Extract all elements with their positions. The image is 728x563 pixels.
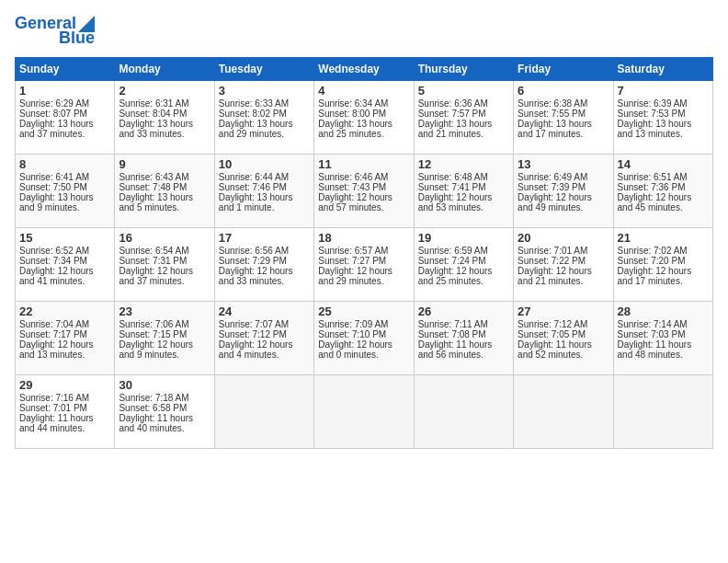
sunrise-label: Sunrise: 6:29 AM: [19, 98, 89, 109]
calendar-cell: 26 Sunrise: 7:11 AM Sunset: 7:08 PM Dayl…: [414, 301, 513, 374]
sunset-label: Sunset: 7:01 PM: [19, 403, 87, 413]
day-number: 29: [19, 378, 110, 392]
col-monday: Monday: [115, 57, 214, 80]
sunset-label: Sunset: 7:39 PM: [518, 182, 586, 192]
day-number: 5: [418, 84, 509, 98]
calendar-cell: [613, 374, 712, 448]
day-number: 26: [418, 304, 509, 318]
calendar-row: 29 Sunrise: 7:16 AM Sunset: 7:01 PM Dayl…: [16, 374, 713, 448]
calendar-body: 1 Sunrise: 6:29 AM Sunset: 8:07 PM Dayli…: [16, 80, 713, 448]
sunset-label: Sunset: 7:15 PM: [119, 329, 187, 339]
sunrise-label: Sunrise: 6:43 AM: [119, 172, 188, 182]
sunrise-label: Sunrise: 6:56 AM: [219, 246, 289, 256]
daylight-label: Daylight: 12 hours and 9 minutes.: [119, 339, 193, 360]
calendar-table: Sunday Monday Tuesday Wednesday Thursday…: [15, 57, 713, 449]
daylight-label: Daylight: 12 hours and 33 minutes.: [219, 266, 293, 286]
sunrise-label: Sunrise: 7:01 AM: [518, 246, 587, 256]
calendar-cell: 7 Sunrise: 6:39 AM Sunset: 7:53 PM Dayli…: [613, 80, 712, 154]
sunrise-label: Sunrise: 7:09 AM: [318, 319, 388, 329]
day-number: 8: [19, 157, 110, 171]
sunset-label: Sunset: 7:31 PM: [119, 256, 187, 266]
sunset-label: Sunset: 8:07 PM: [19, 109, 87, 119]
day-number: 2: [119, 84, 210, 98]
sunrise-label: Sunrise: 6:59 AM: [418, 246, 488, 256]
sunrise-label: Sunrise: 6:41 AM: [19, 172, 89, 182]
calendar-cell: 19 Sunrise: 6:59 AM Sunset: 7:24 PM Dayl…: [414, 227, 513, 301]
daylight-label: Daylight: 13 hours and 13 minutes.: [618, 119, 692, 139]
day-number: 22: [19, 304, 110, 318]
calendar-cell: 9 Sunrise: 6:43 AM Sunset: 7:48 PM Dayli…: [115, 154, 214, 227]
calendar-cell: 16 Sunrise: 6:54 AM Sunset: 7:31 PM Dayl…: [115, 227, 214, 301]
sunrise-label: Sunrise: 6:48 AM: [418, 172, 488, 182]
daylight-label: Daylight: 12 hours and 21 minutes.: [518, 266, 592, 286]
daylight-label: Daylight: 12 hours and 4 minutes.: [219, 339, 293, 360]
day-number: 27: [518, 304, 609, 318]
calendar-cell: 1 Sunrise: 6:29 AM Sunset: 8:07 PM Dayli…: [16, 80, 115, 154]
sunset-label: Sunset: 7:29 PM: [219, 256, 287, 266]
daylight-label: Daylight: 13 hours and 37 minutes.: [19, 119, 94, 139]
calendar-cell: 30 Sunrise: 7:18 AM Sunset: 6:58 PM Dayl…: [115, 374, 214, 448]
sunrise-label: Sunrise: 6:54 AM: [119, 246, 188, 256]
day-number: 16: [119, 231, 210, 245]
sunset-label: Sunset: 7:05 PM: [518, 329, 586, 339]
calendar-cell: 14 Sunrise: 6:51 AM Sunset: 7:36 PM Dayl…: [613, 154, 712, 227]
sunset-label: Sunset: 7:08 PM: [418, 329, 486, 339]
calendar-row: 22 Sunrise: 7:04 AM Sunset: 7:17 PM Dayl…: [16, 301, 713, 374]
sunset-label: Sunset: 8:04 PM: [119, 109, 187, 119]
sunset-label: Sunset: 7:41 PM: [418, 182, 486, 192]
calendar-cell: [214, 374, 313, 448]
sunrise-label: Sunrise: 7:04 AM: [19, 319, 89, 329]
sunset-label: Sunset: 7:55 PM: [518, 109, 586, 119]
daylight-label: Daylight: 11 hours and 56 minutes.: [418, 339, 493, 360]
sunrise-label: Sunrise: 6:39 AM: [618, 98, 688, 109]
calendar-cell: 13 Sunrise: 6:49 AM Sunset: 7:39 PM Dayl…: [514, 154, 613, 227]
day-number: 18: [318, 231, 409, 245]
day-number: 9: [119, 157, 210, 171]
calendar-cell: [314, 374, 414, 448]
daylight-label: Daylight: 12 hours and 53 minutes.: [418, 192, 493, 213]
col-tuesday: Tuesday: [214, 57, 313, 80]
sunrise-label: Sunrise: 6:36 AM: [418, 98, 488, 109]
daylight-label: Daylight: 13 hours and 5 minutes.: [119, 192, 193, 213]
day-number: 24: [219, 304, 310, 318]
day-number: 7: [618, 84, 709, 98]
sunrise-label: Sunrise: 6:52 AM: [19, 246, 89, 256]
sunrise-label: Sunrise: 6:33 AM: [219, 98, 289, 109]
calendar-cell: [514, 374, 613, 448]
daylight-label: Daylight: 13 hours and 17 minutes.: [518, 119, 592, 139]
daylight-label: Daylight: 11 hours and 48 minutes.: [618, 339, 692, 360]
daylight-label: Daylight: 12 hours and 17 minutes.: [618, 266, 692, 286]
calendar-row: 8 Sunrise: 6:41 AM Sunset: 7:50 PM Dayli…: [16, 154, 713, 227]
header: General Blue: [15, 15, 713, 48]
daylight-label: Daylight: 11 hours and 52 minutes.: [518, 339, 592, 360]
calendar-cell: 21 Sunrise: 7:02 AM Sunset: 7:20 PM Dayl…: [613, 227, 712, 301]
sunset-label: Sunset: 7:27 PM: [318, 256, 386, 266]
sunrise-label: Sunrise: 6:51 AM: [618, 172, 688, 182]
daylight-label: Daylight: 11 hours and 40 minutes.: [119, 413, 193, 433]
sunset-label: Sunset: 7:50 PM: [19, 182, 87, 192]
sunrise-label: Sunrise: 7:14 AM: [618, 319, 688, 329]
header-row: Sunday Monday Tuesday Wednesday Thursday…: [16, 57, 713, 80]
daylight-label: Daylight: 13 hours and 21 minutes.: [418, 119, 493, 139]
day-number: 1: [19, 84, 110, 98]
day-number: 20: [518, 231, 609, 245]
daylight-label: Daylight: 13 hours and 25 minutes.: [318, 119, 392, 139]
calendar-cell: 17 Sunrise: 6:56 AM Sunset: 7:29 PM Dayl…: [214, 227, 313, 301]
day-number: 3: [219, 84, 310, 98]
sunset-label: Sunset: 7:36 PM: [618, 182, 686, 192]
calendar-cell: 4 Sunrise: 6:34 AM Sunset: 8:00 PM Dayli…: [314, 80, 414, 154]
day-number: 11: [318, 157, 409, 171]
sunset-label: Sunset: 7:12 PM: [219, 329, 287, 339]
sunrise-label: Sunrise: 6:38 AM: [518, 98, 587, 109]
daylight-label: Daylight: 13 hours and 33 minutes.: [119, 119, 193, 139]
sunset-label: Sunset: 7:22 PM: [518, 256, 586, 266]
sunrise-label: Sunrise: 6:49 AM: [518, 172, 587, 182]
sunset-label: Sunset: 7:17 PM: [19, 329, 87, 339]
calendar-row: 1 Sunrise: 6:29 AM Sunset: 8:07 PM Dayli…: [16, 80, 713, 154]
daylight-label: Daylight: 12 hours and 13 minutes.: [19, 339, 94, 360]
day-number: 21: [618, 231, 709, 245]
day-number: 19: [418, 231, 509, 245]
day-number: 12: [418, 157, 509, 171]
sunrise-label: Sunrise: 6:31 AM: [119, 98, 188, 109]
day-number: 4: [318, 84, 409, 98]
